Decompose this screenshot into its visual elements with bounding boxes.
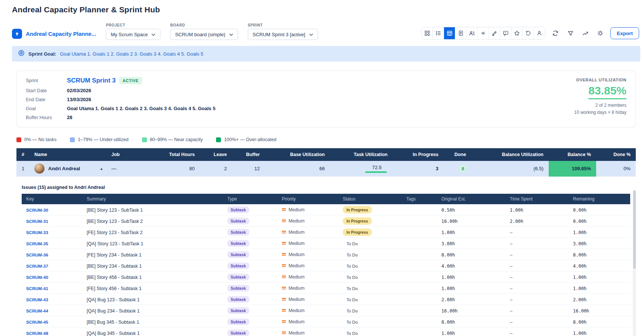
- done-value: 0: [459, 165, 467, 172]
- star-icon[interactable]: [511, 27, 523, 39]
- list-view-icon[interactable]: [433, 27, 444, 39]
- view-switcher: [421, 27, 545, 40]
- time-spent-value: 2.00h: [510, 219, 523, 224]
- issue-key-link[interactable]: SCRUM-33: [26, 230, 48, 235]
- col-original-est: Original Est.: [437, 196, 505, 202]
- issue-key-link[interactable]: SCRUM-36: [26, 253, 48, 257]
- collapse-row-icon[interactable]: ▲: [100, 167, 103, 171]
- priority-medium-icon: [282, 320, 286, 323]
- chevron-down-icon: [229, 32, 233, 37]
- base-utilization-value: 66: [265, 166, 330, 171]
- col-status: Status: [338, 196, 402, 202]
- document-view-icon[interactable]: [455, 27, 466, 39]
- issue-key-link[interactable]: SCRUM-48: [26, 331, 48, 336]
- trend-icon[interactable]: [580, 28, 590, 38]
- project-select-value: My Scrum Space: [111, 32, 148, 37]
- app-identity[interactable]: Andreal Capacity Planne...: [12, 29, 96, 40]
- issue-type-badge: Subtask: [227, 330, 249, 336]
- issue-row: SCRUM-37 [BE] Story 234 - Subtask 1 Subt…: [22, 260, 630, 271]
- total-hours-value: 80: [148, 166, 200, 171]
- original-estimate-value: 4.00h: [441, 264, 455, 269]
- issue-priority: Medium: [282, 252, 338, 257]
- board-select[interactable]: SCRUM board (simple): [170, 29, 238, 40]
- sprint-select-value: SCRUM Sprint 3 [active]: [253, 32, 305, 37]
- sprint-goal-banner: Sprint Goal: Goal Utama 1. Goals 1 2. Go…: [12, 46, 640, 62]
- comment-icon[interactable]: [500, 27, 511, 39]
- col-type: Type: [223, 196, 277, 202]
- row-index: 1: [16, 166, 30, 171]
- original-estimate-value: 8.00h: [441, 252, 455, 258]
- task-utilization-value: 72.5: [372, 165, 382, 170]
- sync-icon[interactable]: [551, 28, 560, 38]
- original-estimate-value: 1.00h: [441, 331, 455, 336]
- issue-key-link[interactable]: SCRUM-45: [26, 320, 48, 324]
- legend-label: 80–99% — Near capacity: [150, 137, 203, 142]
- priority-label: Medium: [289, 252, 305, 257]
- col-summary: Summary: [82, 196, 223, 202]
- export-button[interactable]: Export: [610, 27, 639, 39]
- member-row[interactable]: 1 Andri Andreal ▲ — 80 2 12 66 72.5 3 0 …: [16, 161, 636, 177]
- issues-scrollbar-thumb[interactable]: [633, 190, 636, 269]
- issue-key-link[interactable]: SCRUM-30: [26, 208, 48, 212]
- issue-key-link[interactable]: SCRUM-43: [26, 298, 48, 302]
- project-select[interactable]: My Scrum Space: [106, 29, 160, 40]
- balance-utilization-value: (6.5): [471, 166, 549, 171]
- sprint-label: SPRINT: [248, 23, 318, 27]
- overall-utilization: OVERALL UTILIZATION 83.85% 2 of 2 member…: [574, 77, 626, 120]
- time-spent-value: –: [510, 286, 512, 291]
- legend-label: 1–79% — Under-utilized: [78, 137, 129, 142]
- priority-label: Medium: [289, 297, 305, 302]
- priority-medium-icon: [282, 231, 286, 233]
- issue-type-badge: Subtask: [227, 262, 249, 269]
- col-num: #: [16, 152, 30, 157]
- time-spent-value: –: [510, 275, 512, 280]
- issue-priority: Medium: [282, 263, 338, 268]
- chevron-down-icon: [151, 32, 155, 37]
- buffer-hours-label: Buffer Hours: [26, 115, 62, 120]
- filter-icon[interactable]: [566, 28, 575, 38]
- edit-icon[interactable]: [489, 27, 500, 39]
- issue-key-link[interactable]: SCRUM-31: [26, 219, 48, 224]
- issue-key-link[interactable]: SCRUM-40: [26, 275, 48, 280]
- time-spent-value: –: [510, 252, 512, 258]
- priority-label: Medium: [289, 274, 305, 280]
- members-count: 2 of 2 members: [574, 103, 626, 108]
- issues-scrollbar[interactable]: [633, 190, 636, 336]
- col-base-utilization: Base Utilization: [265, 152, 330, 157]
- sprint-selector-group: SPRINT SCRUM Sprint 3 [active]: [248, 23, 318, 40]
- overall-utilization-value: 83.85%: [588, 84, 626, 99]
- table-view-icon[interactable]: [444, 27, 455, 39]
- issue-key-link[interactable]: SCRUM-35: [26, 242, 48, 246]
- buffer-hours-value: 28: [67, 115, 215, 120]
- issue-row: SCRUM-43 [QA] Bug 123 - Subtask 1 Subtas…: [22, 294, 630, 305]
- user-icon[interactable]: [534, 27, 545, 39]
- priority-label: Medium: [289, 230, 305, 235]
- header: Andreal Capacity Planne... PROJECT My Sc…: [12, 23, 639, 40]
- priority-label: Medium: [289, 330, 305, 336]
- team-view-icon[interactable]: [466, 27, 478, 39]
- remaining-value: 1.00h: [573, 331, 586, 336]
- job-value: —: [107, 166, 148, 171]
- col-in-progress: In Progress: [393, 152, 444, 157]
- original-estimate-value: 1.00h: [441, 230, 455, 235]
- priority-label: Medium: [289, 263, 305, 268]
- megaphone-icon[interactable]: [478, 27, 489, 39]
- sprint-name-link[interactable]: SCRUM Sprint 3: [67, 77, 115, 84]
- task-utilization-cell: 72.5: [330, 165, 393, 173]
- chevron-down-icon: [309, 32, 313, 37]
- issue-type-badge: Subtask: [227, 206, 249, 213]
- priority-medium-icon: [282, 309, 286, 312]
- history-icon[interactable]: [523, 27, 534, 39]
- start-date-label: Start Date: [26, 88, 62, 93]
- issue-key-link[interactable]: SCRUM-44: [26, 309, 48, 313]
- sprint-select[interactable]: SCRUM Sprint 3 [active]: [248, 29, 318, 40]
- remaining-value: 4.00h: [573, 264, 586, 269]
- original-estimate-value: 1.00h: [441, 286, 455, 291]
- issue-key-link[interactable]: SCRUM-37: [26, 264, 48, 268]
- priority-medium-icon: [282, 253, 286, 256]
- settings-icon[interactable]: [595, 28, 605, 38]
- issue-key-link[interactable]: SCRUM-41: [26, 286, 48, 291]
- grid-view-icon[interactable]: [422, 27, 433, 39]
- sprint-field-label: Sprint: [26, 78, 62, 83]
- issue-priority: Medium: [282, 297, 338, 302]
